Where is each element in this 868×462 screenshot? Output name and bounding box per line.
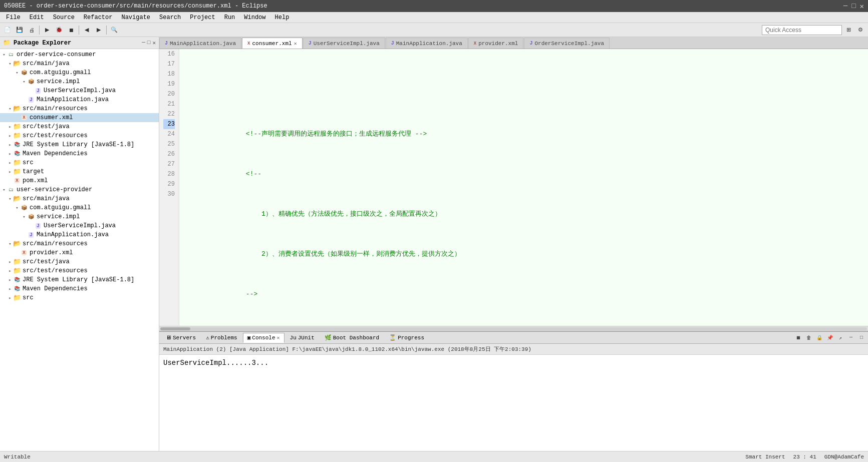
tab-mainapplication2[interactable]: J MainApplication.java [386,38,468,49]
search-btn[interactable]: 🔍 [109,25,120,36]
tree-item-provider-jre[interactable]: ▸ 📚 JRE System Library [JavaSE-1.8] [0,275,159,284]
tab-console[interactable]: ▣ Console ✕ [243,333,284,343]
scrollbar-thumb[interactable] [160,327,190,330]
maximize-bottom-button[interactable]: □ [857,333,866,342]
expand-arrow[interactable]: ▸ [7,133,13,139]
run-button[interactable]: ▶ [42,25,53,36]
code-editor[interactable]: 16 17 18 19 20 21 22 23 24 25 26 27 28 2… [159,49,868,326]
tree-item-order-consumer[interactable]: ▾ 🗂 order-service-consumer [0,50,159,59]
expand-arrow[interactable]: ▾ [21,79,27,85]
menu-window[interactable]: Window [240,13,269,22]
expand-arrow[interactable]: ▸ [7,259,13,265]
tab-problems[interactable]: ⚠ Problems [201,333,241,343]
tree-item-provider-main[interactable]: J MainApplication.java [0,230,159,239]
expand-arrow[interactable]: ▸ [7,169,13,175]
stop-button[interactable]: ⏹ [66,25,77,36]
maximize-button[interactable]: □ [851,2,855,11]
tab-consumer-xml[interactable]: X consumer.xml ✕ [242,38,303,49]
tree-item-target[interactable]: ▸ 📁 target [0,167,159,176]
perspective-config-button[interactable]: ⚙ [855,25,866,36]
maximize-panel-button[interactable]: □ [147,40,151,46]
forward-button[interactable]: ▶ [93,25,104,36]
expand-arrow[interactable]: ▸ [7,160,13,166]
tree-item-service-impl[interactable]: ▾ 📦 service.impl [0,77,159,86]
menu-edit[interactable]: Edit [26,13,48,22]
expand-arrow[interactable]: ▾ [7,106,13,112]
tab-progress[interactable]: ⏳ Progress [385,333,429,343]
expand-arrow[interactable]: ▸ [7,142,13,148]
tree-item-provider-src-test-java[interactable]: ▸ 📁 src/test/java [0,257,159,266]
expand-arrow[interactable]: ▾ [1,52,7,58]
tree-item-provider-maven[interactable]: ▸ 📚 Maven Dependencies [0,284,159,293]
close-panel-button[interactable]: ✕ [152,40,156,46]
open-console-button[interactable]: ↗ [836,333,845,342]
tree-item-userserviceimpl-java[interactable]: J UserServiceImpl.java [0,86,159,95]
tree-item-pkg-com[interactable]: ▾ 📦 com.atguigu.gmall [0,68,159,77]
tree-item-pom[interactable]: X pom.xml [0,176,159,185]
tab-orderserviceimpl[interactable]: J OrderServiceImpl.java [524,38,610,49]
expand-arrow[interactable]: ▾ [14,205,20,211]
tree-item-src-main-java[interactable]: ▾ 📂 src/main/java [0,59,159,68]
tab-provider-xml[interactable]: X provider.xml [468,38,524,49]
expand-arrow[interactable]: ▾ [14,70,20,76]
expand-arrow[interactable]: ▾ [1,187,7,193]
menu-run[interactable]: Run [220,13,239,22]
menu-source[interactable]: Source [49,13,79,22]
tree-item-consumer-xml[interactable]: X consumer.xml [0,113,159,122]
tree-item-mainapplication-java[interactable]: J MainApplication.java [0,95,159,104]
scroll-lock-button[interactable]: 🔒 [815,333,824,342]
tree-item-provider-pkg[interactable]: ▾ 📦 com.atguigu.gmall [0,203,159,212]
tab-close-button[interactable]: ✕ [294,41,297,47]
minimize-panel-button[interactable]: ─ [142,40,145,46]
menu-search[interactable]: Search [155,13,185,22]
panel-controls[interactable]: ─ □ ✕ [142,40,156,46]
scrollbar-track[interactable] [160,327,867,330]
tree-item-provider-service-impl[interactable]: ▾ 📦 service.impl [0,212,159,221]
menu-refactor[interactable]: Refactor [80,13,117,22]
tree-item-jre[interactable]: ▸ 📚 JRE System Library [JavaSE-1.8] [0,140,159,149]
expand-arrow[interactable]: ▸ [7,268,13,274]
print-button[interactable]: 🖨 [26,25,37,36]
debug-button[interactable]: 🐞 [54,25,65,36]
new-button[interactable]: 📄 [2,25,13,36]
expand-arrow[interactable]: ▾ [7,61,13,67]
bottom-tab-controls[interactable]: ⏹ 🗑 🔒 📌 ↗ ─ □ [794,333,866,342]
save-button[interactable]: 💾 [14,25,25,36]
tree-item-user-provider[interactable]: ▾ 🗂 user-service-provider [0,185,159,194]
minimize-button[interactable]: ─ [843,2,847,11]
quick-access-input[interactable] [762,25,842,35]
menu-navigate[interactable]: Navigate [117,13,154,22]
window-controls[interactable]: ─ □ ✕ [843,2,864,11]
pin-console-button[interactable]: 📌 [825,333,834,342]
menu-file[interactable]: File [2,13,25,22]
console-tab-close[interactable]: ✕ [277,335,280,341]
tree-item-provider-src-main-java[interactable]: ▾ 📂 src/main/java [0,194,159,203]
tab-mainapplication1[interactable]: J MainApplication.java [159,38,241,49]
back-button[interactable]: ◀ [81,25,92,36]
expand-arrow[interactable]: ▾ [7,241,13,247]
expand-arrow[interactable]: ▾ [7,196,13,202]
tree-item-maven[interactable]: ▸ 📚 Maven Dependencies [0,149,159,158]
tree-item-provider-src[interactable]: ▸ 📁 src [0,293,159,302]
close-button[interactable]: ✕ [860,2,864,11]
clear-console-button[interactable]: 🗑 [804,333,813,342]
tree-container[interactable]: ▾ 🗂 order-service-consumer ▾ 📂 src/main/… [0,49,159,451]
code-content[interactable]: <!--声明需要调用的远程服务的接口；生成远程服务代理 --> <!-- 1）、… [179,49,868,326]
tree-item-provider-xml[interactable]: X provider.xml [0,248,159,257]
menu-help[interactable]: Help [271,13,294,22]
expand-arrow[interactable]: ▸ [7,151,13,157]
tree-item-provider-src-test-resources[interactable]: ▸ 📁 src/test/resources [0,266,159,275]
tree-item-src-main-resources[interactable]: ▾ 📂 src/main/resources [0,104,159,113]
expand-arrow[interactable]: ▸ [7,295,13,301]
expand-arrow[interactable]: ▸ [7,277,13,283]
tab-userserviceimpl[interactable]: J UserServiceImpl.java [303,38,385,49]
terminate-button[interactable]: ⏹ [794,333,803,342]
open-perspective-button[interactable]: ⊞ [843,25,854,36]
menu-project[interactable]: Project [186,13,219,22]
tree-item-provider-userserviceimpl[interactable]: J UserServiceImpl.java [0,221,159,230]
tab-junit[interactable]: Ju JUnit [285,333,319,343]
horizontal-scrollbar[interactable] [159,326,868,331]
tab-boot-dashboard[interactable]: 🌿 Boot Dashboard [320,333,384,343]
expand-arrow[interactable]: ▸ [7,124,13,130]
minimize-bottom-button[interactable]: ─ [846,333,855,342]
